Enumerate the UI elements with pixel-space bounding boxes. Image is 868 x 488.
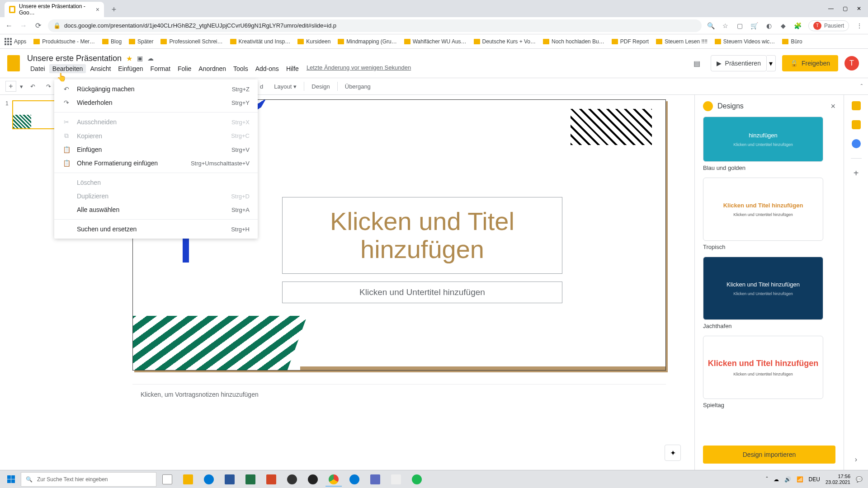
- star-icon[interactable]: ★: [126, 54, 132, 63]
- star-icon[interactable]: ☆: [722, 22, 730, 30]
- bookmark-item[interactable]: Produktsuche - Mer…: [33, 38, 95, 45]
- explore-button[interactable]: ✦: [665, 445, 681, 461]
- taskbar-powerpoint[interactable]: [261, 472, 281, 487]
- tray-notifications-icon[interactable]: 💬: [856, 476, 863, 483]
- calendar-icon[interactable]: [852, 101, 861, 110]
- menu-anordnen[interactable]: Anordnen: [195, 64, 229, 73]
- tray-onedrive-icon[interactable]: ☁: [774, 476, 779, 483]
- new-slide-dropdown[interactable]: ▾: [20, 83, 23, 90]
- ext1-icon[interactable]: ◐: [765, 22, 773, 30]
- bookmark-item[interactable]: Später: [129, 38, 153, 45]
- taskbar-search[interactable]: 🔍 Zur Suche Text hier eingeben: [21, 472, 156, 487]
- menu-folie[interactable]: Folie: [175, 64, 194, 73]
- speaker-notes[interactable]: Klicken, um Vortragsnotizen hinzuzufügen: [132, 384, 666, 404]
- new-tab-button[interactable]: +: [108, 3, 120, 16]
- collapse-toolbar-icon[interactable]: ˆ: [861, 83, 863, 90]
- reload-button[interactable]: ⟳: [33, 21, 42, 30]
- bookmark-item[interactable]: Wahlfächer WU Aus…: [404, 38, 467, 45]
- menu-bearbeiten[interactable]: Bearbeiten: [49, 64, 86, 73]
- theme-preview[interactable]: Klicken und Titel hinzufügen Klicken und…: [703, 257, 823, 320]
- menu-ansicht[interactable]: Ansicht: [87, 64, 114, 73]
- ext2-icon[interactable]: ◆: [779, 22, 788, 30]
- menu-item-ohne-formatierung-einfügen[interactable]: 📋 Ohne Formatierung einfügen Strg+Umscha…: [54, 156, 258, 170]
- tray-language[interactable]: DEU: [809, 476, 820, 483]
- tray-wifi-icon[interactable]: 📶: [797, 476, 803, 483]
- menu-item-einfügen[interactable]: 📋 Einfügen Strg+V: [54, 143, 258, 156]
- url-input[interactable]: 🔒 docs.google.com/presentation/d/1je40CL…: [48, 19, 702, 32]
- present-button[interactable]: ▶ Präsentieren: [711, 55, 767, 71]
- bookmark-item[interactable]: Professionell Schrei…: [160, 38, 222, 45]
- menu-item-suchen-und-ersetzen[interactable]: Suchen und ersetzen Strg+H: [54, 222, 258, 236]
- menu-item-alle-auswählen[interactable]: Alle auswählen Strg+A: [54, 203, 258, 216]
- user-avatar[interactable]: T: [844, 56, 859, 70]
- bookmark-item[interactable]: Büro: [782, 38, 802, 45]
- close-window-icon[interactable]: ✕: [857, 5, 861, 12]
- present-dropdown[interactable]: ▾: [767, 55, 776, 71]
- bookmark-item[interactable]: PDF Report: [612, 38, 649, 45]
- import-design-button[interactable]: Design importieren: [703, 446, 835, 464]
- bookmark-item[interactable]: Steuern Lesen !!!!: [656, 38, 708, 45]
- menu-datei[interactable]: Datei: [27, 64, 48, 73]
- bookmark-item[interactable]: Noch hochladen Bu…: [543, 38, 604, 45]
- tray-chevron-icon[interactable]: ˆ: [766, 476, 768, 483]
- taskbar-spotify[interactable]: [407, 472, 427, 487]
- browser-tab[interactable]: Unsere erste Präsentation - Goo… ×: [5, 2, 104, 17]
- tray-volume-icon[interactable]: 🔊: [784, 476, 791, 483]
- layout-button[interactable]: Layout ▾: [270, 81, 300, 92]
- keep-icon[interactable]: [852, 120, 861, 129]
- taskbar-app3[interactable]: [386, 472, 406, 487]
- maximize-icon[interactable]: ▢: [843, 5, 848, 12]
- extensions-icon[interactable]: 🧩: [794, 22, 802, 30]
- menu-einfuegen[interactable]: Einfügen: [115, 64, 146, 73]
- taskbar-obs[interactable]: [303, 472, 323, 487]
- task-view-button[interactable]: [157, 472, 177, 487]
- transition-button[interactable]: Übergang: [341, 81, 374, 92]
- menu-format[interactable]: Format: [147, 64, 174, 73]
- new-slide-button[interactable]: +: [5, 81, 16, 92]
- title-placeholder[interactable]: Klicken und Titel hinzufügen: [282, 197, 562, 274]
- share-button[interactable]: 🔒 Freigeben: [782, 55, 838, 71]
- minimize-icon[interactable]: —: [828, 5, 834, 12]
- bookmark-item[interactable]: Steuern Videos wic…: [715, 38, 775, 45]
- menu-hilfe[interactable]: Hilfe: [283, 64, 302, 73]
- zoom-icon[interactable]: 🔍: [707, 22, 715, 30]
- close-tab-icon[interactable]: ×: [96, 6, 99, 13]
- read-icon[interactable]: ▢: [736, 22, 744, 30]
- theme-preview[interactable]: Klicken und Titel hinzufügen Klicken und…: [703, 336, 823, 399]
- taskbar-chrome[interactable]: [324, 472, 344, 487]
- tray-clock[interactable]: 17:56 23.02.2021: [826, 474, 850, 484]
- background-button[interactable]: d: [256, 81, 267, 92]
- start-button[interactable]: [2, 472, 20, 487]
- bookmark-item[interactable]: Kursideen: [297, 38, 330, 45]
- kebab-menu-icon[interactable]: ⋮: [855, 22, 863, 30]
- menu-item-wiederholen[interactable]: ↷ Wiederholen Strg+Y: [54, 96, 258, 109]
- close-panel-icon[interactable]: ×: [830, 102, 835, 111]
- document-title[interactable]: Unsere erste Präsentation: [27, 54, 122, 63]
- theme-preview[interactable]: Klicken und Titel hinzufügen Klicken und…: [703, 178, 823, 241]
- menu-addons[interactable]: Add-ons: [252, 64, 282, 73]
- cart-icon[interactable]: 🛒: [750, 22, 759, 30]
- collapse-rail-icon[interactable]: ›: [855, 455, 857, 464]
- tasks-icon[interactable]: [852, 139, 861, 148]
- bookmark-item[interactable]: Blog: [102, 38, 122, 45]
- cloud-save-icon[interactable]: ☁: [147, 55, 154, 62]
- bookmark-item[interactable]: Deutsche Kurs + Vo…: [474, 38, 536, 45]
- last-change-link[interactable]: Letzte Änderung vor wenigen Sekunden: [307, 64, 411, 73]
- forward-button[interactable]: →: [19, 22, 28, 30]
- taskbar-word[interactable]: [220, 472, 240, 487]
- redo-button[interactable]: ↷: [42, 81, 55, 92]
- bookmark-item[interactable]: Kreativität und Insp…: [230, 38, 291, 45]
- taskbar-app1[interactable]: [282, 472, 302, 487]
- taskbar-explorer[interactable]: [178, 472, 198, 487]
- bookmark-item[interactable]: Mindmapping (Gru…: [338, 38, 396, 45]
- design-button[interactable]: Design: [308, 81, 333, 92]
- subtitle-placeholder[interactable]: Klicken und Untertitel hinzufügen: [282, 282, 562, 303]
- move-folder-icon[interactable]: ▣: [137, 55, 143, 62]
- profile-pause-chip[interactable]: T Pausiert: [808, 20, 849, 31]
- menu-item-rückgängig-machen[interactable]: ↶ Rückgängig machen Strg+Z: [54, 82, 258, 96]
- comments-button[interactable]: ▤: [690, 56, 704, 70]
- menu-tools[interactable]: Tools: [230, 64, 251, 73]
- taskbar-excel[interactable]: [241, 472, 260, 487]
- taskbar-edge[interactable]: [344, 472, 364, 487]
- taskbar-ie[interactable]: [199, 472, 219, 487]
